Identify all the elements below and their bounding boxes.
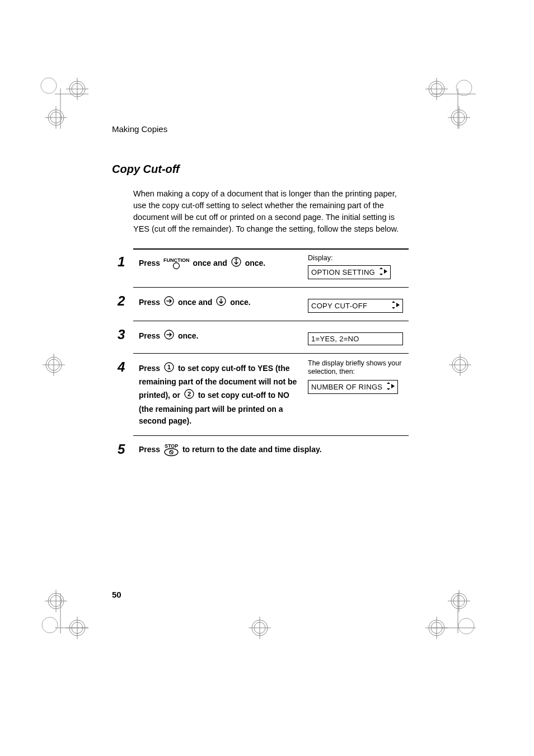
step-display: COPY CUT-OFF bbox=[308, 293, 409, 313]
stop-button-icon: STOP bbox=[163, 444, 179, 457]
lcd-text: 1=YES, 2=NO bbox=[311, 335, 359, 343]
text-press: Press bbox=[139, 364, 160, 373]
text-once: once. bbox=[245, 259, 266, 267]
display-label: Display: bbox=[308, 254, 409, 263]
text-press: Press bbox=[139, 445, 160, 454]
step-number: 4 bbox=[112, 359, 139, 374]
lcd-text: NUMBER OF RINGS bbox=[311, 383, 382, 391]
svg-text:2: 2 bbox=[188, 391, 191, 397]
down-arrow-button-icon bbox=[216, 295, 227, 311]
key-1-icon: 1 bbox=[163, 361, 175, 377]
registration-mark-line bbox=[55, 88, 88, 129]
divider bbox=[133, 435, 409, 436]
section-intro: When making a copy of a document that is… bbox=[133, 188, 409, 235]
text-press: Press bbox=[139, 298, 160, 307]
registration-mark-line bbox=[431, 88, 476, 129]
text-once-and: once and bbox=[178, 298, 212, 307]
registration-mark-crosshair bbox=[448, 353, 498, 403]
steps: 1 Press FUNCTION once and bbox=[112, 254, 409, 457]
registration-mark-crosshair bbox=[41, 353, 92, 403]
page: Making Copies Copy Cut-off When making a… bbox=[0, 0, 534, 756]
step-display: The display briefly shows your selection… bbox=[308, 359, 409, 394]
lcd-display: NUMBER OF RINGS bbox=[308, 380, 398, 394]
svg-point-15 bbox=[174, 262, 180, 269]
text-press: Press bbox=[139, 331, 160, 340]
registration-mark-line bbox=[431, 593, 476, 633]
divider bbox=[133, 248, 409, 250]
step-number: 2 bbox=[112, 293, 139, 308]
divider bbox=[133, 321, 409, 321]
lcd-display: COPY CUT-OFF bbox=[308, 299, 403, 313]
step-display: Display: OPTION SETTING bbox=[308, 254, 409, 279]
registration-mark-crosshair bbox=[247, 616, 298, 666]
step-instruction: Press once. bbox=[139, 327, 300, 344]
right-arrow-button-icon bbox=[163, 329, 175, 344]
function-button-icon: FUNCTION bbox=[163, 258, 190, 270]
step-instruction: Press once and bbox=[139, 293, 300, 311]
step-2: 2 Press once and bbox=[112, 293, 409, 313]
step-instruction: Press STOP to return to the date and tim… bbox=[139, 442, 407, 457]
nav-arrows-icon bbox=[377, 267, 387, 277]
step-number: 5 bbox=[112, 442, 139, 456]
step-4: 4 Press 1 to set copy cut-off to YES (th… bbox=[112, 359, 409, 428]
lcd-text: OPTION SETTING bbox=[311, 268, 375, 276]
divider bbox=[133, 353, 409, 354]
text-tail: to return to the date and time display. bbox=[182, 445, 322, 454]
lcd-display: 1=YES, 2=NO bbox=[308, 332, 403, 345]
text-once: once. bbox=[178, 331, 199, 340]
text-once: once. bbox=[230, 298, 251, 307]
step-3: 3 Press once. bbox=[112, 327, 409, 345]
text-once-and: once and bbox=[193, 259, 227, 267]
step-number: 1 bbox=[112, 254, 139, 269]
document-content: Making Copies Copy Cut-off When making a… bbox=[112, 124, 409, 459]
display-brief-label: The display briefly shows your selection… bbox=[308, 359, 409, 377]
nav-arrows-icon bbox=[390, 301, 400, 311]
step-instruction: Press 1 to set copy cut-off to YES (the … bbox=[139, 359, 300, 428]
registration-mark-line bbox=[55, 593, 88, 633]
lcd-display: OPTION SETTING bbox=[308, 265, 391, 279]
svg-line-26 bbox=[170, 451, 172, 453]
nav-arrows-icon bbox=[385, 382, 395, 392]
svg-text:1: 1 bbox=[167, 364, 171, 370]
lcd-text: COPY CUT-OFF bbox=[311, 302, 367, 310]
step-instruction: Press FUNCTION once and bbox=[139, 254, 300, 271]
down-arrow-button-icon bbox=[231, 256, 242, 271]
divider bbox=[133, 287, 409, 288]
text-press: Press bbox=[139, 259, 160, 267]
step-display: 1=YES, 2=NO bbox=[308, 327, 409, 345]
right-arrow-button-icon bbox=[163, 295, 175, 311]
step-1: 1 Press FUNCTION once and bbox=[112, 254, 409, 279]
section-title: Copy Cut-off bbox=[112, 163, 409, 176]
page-number: 50 bbox=[112, 590, 121, 599]
step-number: 3 bbox=[112, 327, 139, 341]
key-2-icon: 2 bbox=[184, 388, 195, 403]
step-5: 5 Press STOP to return to the date bbox=[112, 442, 409, 457]
chapter-header: Making Copies bbox=[112, 124, 409, 134]
